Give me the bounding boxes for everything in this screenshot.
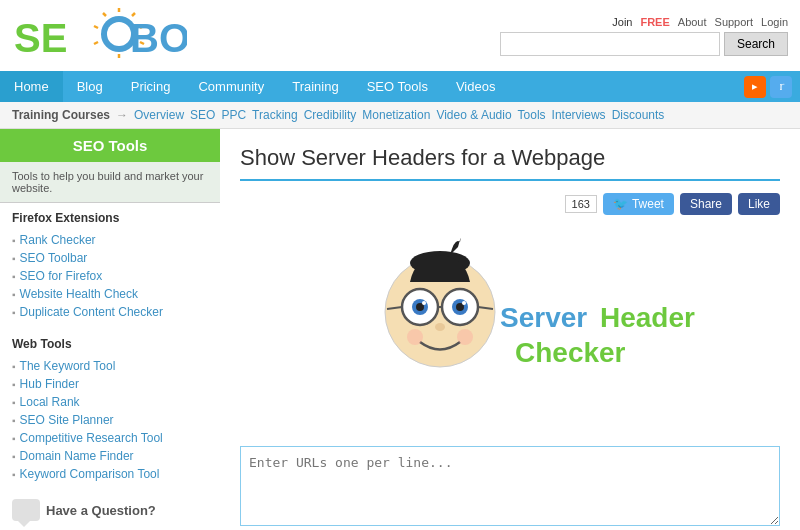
list-item: Duplicate Content Checker [12, 303, 208, 321]
login-link[interactable]: Login [761, 16, 788, 28]
logo: SE BOOK [12, 8, 187, 63]
page-title: Show Server Headers for a Webpage [240, 145, 780, 181]
tweet-button[interactable]: 🐦 Tweet [603, 193, 674, 215]
seo-firefox-link[interactable]: SEO for Firefox [20, 269, 103, 283]
tweet-label: Tweet [632, 197, 664, 211]
firefox-section: Firefox Extensions Rank Checker SEO Tool… [0, 203, 220, 329]
hub-finder-link[interactable]: Hub Finder [20, 377, 79, 391]
sidebar-description: Tools to help you build and market your … [0, 162, 220, 203]
keyword-tool-link[interactable]: The Keyword Tool [20, 359, 116, 373]
nav-icons: ▸ 𝕣 [744, 76, 800, 98]
mascot-svg: Server Header Checker [320, 227, 700, 427]
svg-line-9 [94, 42, 98, 44]
like-button[interactable]: Like [738, 193, 780, 215]
keyword-comparison-link[interactable]: Keyword Comparison Tool [20, 467, 160, 481]
svg-line-6 [103, 13, 106, 16]
firefox-list: Rank Checker SEO Toolbar SEO for Firefox… [12, 231, 208, 321]
list-item: Domain Name Finder [12, 447, 208, 465]
subnav-video[interactable]: Video & Audio [436, 108, 511, 122]
svg-point-27 [435, 323, 445, 331]
nav-videos[interactable]: Videos [442, 71, 510, 102]
subnav-overview[interactable]: Overview [134, 108, 184, 122]
domain-name-link[interactable]: Domain Name Finder [20, 449, 134, 463]
have-question-label: Have a Question? [46, 503, 156, 518]
subnav-seo[interactable]: SEO [190, 108, 215, 122]
list-item: The Keyword Tool [12, 357, 208, 375]
sub-nav: Training Courses → Overview SEO PPC Trac… [0, 102, 800, 129]
rank-checker-link[interactable]: Rank Checker [20, 233, 96, 247]
list-item: Keyword Comparison Tool [12, 465, 208, 483]
svg-text:Server: Server [500, 302, 587, 333]
list-item: SEO for Firefox [12, 267, 208, 285]
seo-toolbar-link[interactable]: SEO Toolbar [20, 251, 88, 265]
competitive-research-link[interactable]: Competitive Research Tool [20, 431, 163, 445]
url-input[interactable] [240, 446, 780, 526]
speech-bubble-icon [12, 499, 40, 521]
search-button[interactable]: Search [724, 32, 788, 56]
rss-icon[interactable]: ▸ [744, 76, 766, 98]
subnav-interviews[interactable]: Interviews [552, 108, 606, 122]
main-nav: Home Blog Pricing Community Training SEO… [0, 71, 800, 102]
subnav-discounts[interactable]: Discounts [612, 108, 665, 122]
search-input[interactable] [500, 32, 720, 56]
free-link[interactable]: FREE [640, 16, 669, 28]
url-area [240, 446, 780, 529]
nav-seo-tools[interactable]: SEO Tools [353, 71, 442, 102]
subnav-monetization[interactable]: Monetization [362, 108, 430, 122]
logo-svg: SE BOOK [12, 8, 187, 63]
support-link[interactable]: Support [715, 16, 754, 28]
firefox-heading: Firefox Extensions [12, 211, 208, 225]
content: SEO Tools Tools to help you build and ma… [0, 129, 800, 530]
subnav-credibility[interactable]: Credibility [304, 108, 357, 122]
svg-point-29 [457, 329, 473, 345]
search-bar: Search [500, 32, 788, 56]
list-item: Website Health Check [12, 285, 208, 303]
website-health-link[interactable]: Website Health Check [20, 287, 139, 301]
like-count: 163 [565, 195, 597, 213]
sidebar: SEO Tools Tools to help you build and ma… [0, 129, 220, 530]
svg-point-23 [462, 301, 466, 305]
seo-site-planner-link[interactable]: SEO Site Planner [20, 413, 114, 427]
sidebar-title: SEO Tools [0, 129, 220, 162]
list-item: Local Rank [12, 393, 208, 411]
svg-point-28 [407, 329, 423, 345]
header-right: Join FREE About Support Login Search [500, 16, 788, 56]
nav-home[interactable]: Home [0, 71, 63, 102]
svg-text:BOOK: BOOK [130, 16, 187, 60]
breadcrumb-link[interactable]: Training Courses [12, 108, 110, 122]
nav-community[interactable]: Community [184, 71, 278, 102]
social-bar: 163 🐦 Tweet Share Like [240, 193, 780, 215]
about-link[interactable]: About [678, 16, 707, 28]
twitter-bird-icon: 🐦 [613, 197, 628, 211]
list-item: Hub Finder [12, 375, 208, 393]
svg-text:Checker: Checker [515, 337, 626, 368]
join-label: Join [612, 16, 632, 28]
web-tools-heading: Web Tools [12, 337, 208, 351]
svg-text:SE: SE [14, 16, 67, 60]
subnav-ppc[interactable]: PPC [221, 108, 246, 122]
subnav-tools[interactable]: Tools [518, 108, 546, 122]
web-tools-section: Web Tools The Keyword Tool Hub Finder Lo… [0, 329, 220, 491]
breadcrumb-sep: → [116, 108, 128, 122]
web-tools-list: The Keyword Tool Hub Finder Local Rank S… [12, 357, 208, 483]
nav-training[interactable]: Training [278, 71, 352, 102]
main-content: Show Server Headers for a Webpage 163 🐦 … [220, 129, 800, 530]
duplicate-content-link[interactable]: Duplicate Content Checker [20, 305, 163, 319]
character-area: Server Header Checker [240, 227, 780, 430]
nav-pricing[interactable]: Pricing [117, 71, 185, 102]
list-item: SEO Toolbar [12, 249, 208, 267]
have-question: Have a Question? [0, 491, 220, 529]
svg-point-18 [422, 301, 426, 305]
list-item: Rank Checker [12, 231, 208, 249]
nav-blog[interactable]: Blog [63, 71, 117, 102]
svg-point-2 [107, 22, 131, 46]
subnav-tracking[interactable]: Tracking [252, 108, 298, 122]
local-rank-link[interactable]: Local Rank [20, 395, 80, 409]
svg-text:Header: Header [600, 302, 695, 333]
list-item: SEO Site Planner [12, 411, 208, 429]
share-button[interactable]: Share [680, 193, 732, 215]
top-links: Join FREE About Support Login [612, 16, 788, 28]
list-item: Competitive Research Tool [12, 429, 208, 447]
twitter-icon[interactable]: 𝕣 [770, 76, 792, 98]
header: SE BOOK Join FREE About Support Login [0, 0, 800, 71]
